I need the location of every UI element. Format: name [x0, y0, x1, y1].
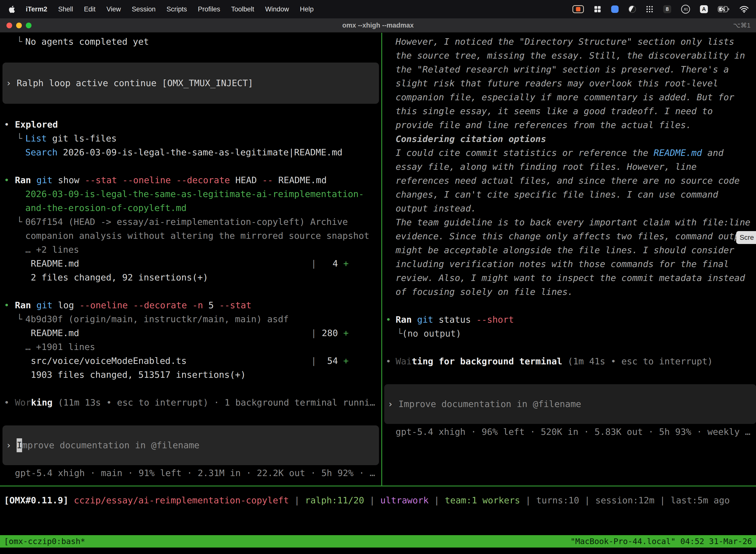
minimize-button[interactable]	[16, 22, 22, 28]
tmux-session-name: [omx-cczip0:bash*	[4, 537, 85, 546]
ran-git-status-line: •Rangitstatus--short	[396, 313, 756, 327]
bullet-icon: •	[4, 396, 9, 409]
plus-icon: +	[343, 328, 349, 338]
working-suffix: · 1 background terminal runni…	[214, 397, 375, 407]
cmd-git: git	[37, 300, 53, 310]
pipe: |	[311, 328, 316, 338]
thinking-paragraph: However, I noticed the "Directory Struct…	[396, 35, 753, 132]
diffstat-num: 280	[316, 326, 338, 340]
battery-charging-icon[interactable]	[718, 5, 730, 13]
cmd-flags: --stat	[219, 300, 252, 310]
menu-toolbelt[interactable]: Toolbelt	[231, 5, 254, 13]
omx-turns: turns:10	[536, 495, 579, 505]
zoom-button[interactable]	[26, 22, 32, 28]
working-detail: (11m 13s • esc to interrupt)	[58, 397, 208, 407]
traffic-lights	[6, 18, 32, 32]
prompt-input-text: mprove documentation in @filename	[22, 438, 199, 452]
waiting-status: •Waiting for background terminal(1m 41s …	[396, 354, 756, 368]
menu-edit[interactable]: Edit	[84, 5, 96, 13]
ran-label: Ran	[396, 315, 412, 325]
spinner-dim-text: Wai	[396, 356, 412, 366]
menu-bar-left: iTerm2 Shell Edit View Session Scripts P…	[9, 5, 314, 13]
text-cursor: I	[17, 438, 22, 452]
tmux-status-bar: [omx-cczip0:bash* "MacBook-Pro-44.local"…	[0, 535, 756, 548]
dots-grid-icon[interactable]	[646, 5, 653, 13]
menu-session[interactable]: Session	[132, 5, 155, 13]
battery-gauge-icon[interactable]: .61	[681, 5, 690, 14]
window-title-bar[interactable]: omx --xhigh --madmax ⌥⌘1	[0, 18, 756, 33]
cmd-arg: HEAD	[235, 175, 257, 185]
diffstat-num: 4	[316, 257, 338, 271]
menu-shell[interactable]: Shell	[58, 5, 73, 13]
pipe: |	[311, 356, 316, 366]
menu-window[interactable]: Window	[265, 5, 289, 13]
diffstat-line: src/voice/voiceModeEnabled.ts|54+	[31, 354, 381, 368]
waiting-detail: (1m 41s • esc to interrupt)	[568, 356, 713, 366]
prompt-input[interactable]: ›Improve documentation in @filename	[384, 384, 756, 424]
paragraph-text: I could cite commit statistics or refere…	[396, 148, 653, 158]
diffstat-summary: 1903 files changed, 513517 insertions(+)	[31, 368, 381, 382]
prompt-input-text: Improve documentation in @filename	[398, 397, 581, 411]
window-shortcut: ⌥⌘1	[733, 21, 751, 29]
omx-branch: cczip/essay/ai-reimplementation-copyleft	[74, 495, 289, 505]
diffstat-line: README.md|4+	[31, 257, 381, 271]
cmd-flags: --oneline --decorate -n	[79, 300, 203, 310]
plus-icon: +	[343, 258, 349, 269]
omx-mode: ultrawork	[380, 495, 429, 505]
terminal-content: └No agents completed yet ›Ralph loop act…	[0, 33, 756, 486]
separator: |	[585, 495, 590, 505]
cmd-sub: show	[58, 175, 79, 185]
dark-circle-icon[interactable]	[629, 5, 636, 13]
diffstat-count: |4+	[311, 257, 349, 271]
window-tiles-icon[interactable]	[594, 5, 601, 13]
readme-file-link[interactable]: README.md	[653, 148, 702, 158]
ran-label: Ran	[15, 175, 31, 185]
prompt-chevron-icon: ›	[6, 438, 11, 452]
menu-view[interactable]: View	[107, 5, 121, 13]
separator: |	[434, 495, 440, 505]
pipe: |	[311, 258, 316, 269]
separator: |	[370, 495, 375, 505]
screen-share-tooltip[interactable]: Scre	[736, 231, 756, 244]
menu-profiles[interactable]: Profiles	[198, 5, 220, 13]
tool-verb: List	[25, 133, 47, 144]
menu-scripts[interactable]: Scripts	[167, 5, 187, 13]
menu-help[interactable]: Help	[300, 5, 314, 13]
ralph-loop-banner: ›Ralph loop active continue [OMX_TMUX_IN…	[2, 63, 379, 104]
tree-prefix: └	[17, 35, 22, 49]
cmd-sub: status	[439, 315, 471, 325]
screen-recording-icon[interactable]	[572, 5, 584, 13]
bullet-icon: •	[4, 173, 9, 187]
thinking-paragraph: I could cite commit statistics or refere…	[396, 146, 753, 215]
apple-menu-icon[interactable]	[9, 6, 15, 13]
ran-git-show-line: •Rangitshow--stat --oneline --decorateHE…	[15, 173, 381, 187]
tree-prefix: └	[17, 215, 22, 229]
ran-git-log-line: •Rangitlog--oneline --decorate -n5--stat	[15, 298, 381, 312]
cmd-git: git	[417, 315, 433, 325]
raycast-icon[interactable]	[611, 5, 619, 13]
prompt-input[interactable]: ›Improve documentation in @filename	[2, 426, 379, 465]
input-source-icon[interactable]: A	[700, 5, 708, 13]
tmux-host-time: "MacBook-Pro-44.local" 04:52 31-Mar-26	[570, 537, 752, 546]
cmd-dashes: --	[262, 175, 273, 185]
bullet-icon: •	[4, 118, 9, 131]
stats-eight-icon[interactable]: 8	[663, 5, 671, 13]
commit-message-line: └4b9d30f (origin/main, instructkr/main, …	[25, 312, 381, 326]
omx-status-bar: [OMX#0.11.9]cczip/essay/ai-reimplementat…	[0, 487, 756, 535]
spinner-dim-text: Wor	[15, 397, 31, 407]
explored-title: Explored	[15, 119, 58, 129]
window-title: omx --xhigh --madmax	[342, 21, 414, 29]
menu-app-name[interactable]: iTerm2	[26, 5, 47, 13]
ralph-loop-text: Ralph loop active continue [OMX_TMUX_INJ…	[17, 76, 253, 90]
tool-args: 2026-03-09-is-legal-the-same-as-legitima…	[63, 147, 342, 157]
diffstat-summary: 2 files changed, 92 insertions(+)	[31, 271, 381, 284]
wifi-icon[interactable]	[740, 6, 749, 13]
truncated-lines-note: … +1901 lines	[25, 340, 381, 354]
ran-label: Ran	[15, 300, 31, 310]
cmd-flags: --short	[476, 315, 514, 325]
separator: |	[294, 495, 300, 505]
agents-note-text: No agents completed yet	[25, 37, 149, 47]
thinking-paragraph: The team guideline is to back every impo…	[396, 215, 753, 299]
cmd-file: README.md	[278, 175, 327, 185]
close-button[interactable]	[6, 22, 12, 28]
